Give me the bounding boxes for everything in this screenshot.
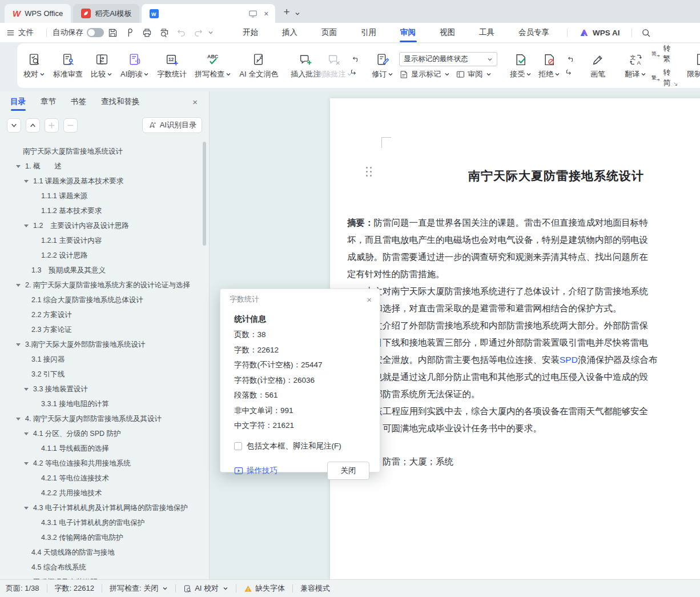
- toc-item[interactable]: 4.3.2 传输网络的雷电防护: [0, 530, 203, 545]
- toc-item[interactable]: 4.3 电子计算机机房及计算机网络的防雷接地保护: [0, 500, 203, 515]
- toc-item[interactable]: 4.1.1 导线截面的选择: [0, 441, 203, 456]
- toc-item[interactable]: 4.2 等电位连接和共用接地系统: [0, 456, 203, 471]
- collapse-arrow-icon[interactable]: [16, 418, 21, 420]
- toc-zoom-out-button[interactable]: [63, 118, 78, 133]
- search-button[interactable]: [639, 26, 653, 39]
- toc-item[interactable]: 1.2 主要设计内容及设计思路: [0, 218, 203, 233]
- toc-item[interactable]: 1.1.1 课题来源: [0, 189, 203, 203]
- menu-tab-引用[interactable]: 引用: [349, 23, 388, 42]
- ai-proof-status[interactable]: AI 校对: [183, 583, 228, 594]
- collapse-arrow-icon[interactable]: [16, 165, 21, 168]
- checkbox-box[interactable]: [234, 442, 242, 450]
- track-changes-button[interactable]: 修订: [368, 49, 397, 83]
- autosave-toggle[interactable]: [87, 28, 104, 37]
- sidebar-tab-目录[interactable]: 目录: [10, 91, 26, 112]
- toc-item[interactable]: 4. 南宁天际大厦内部防雷接地系统及其设计: [0, 411, 203, 426]
- tab-document[interactable]: W 南宁天际大夏防雷接地系统设 ×: [142, 4, 275, 23]
- tab-wps-office[interactable]: W WPS Office: [5, 4, 71, 23]
- menu-tab-页面[interactable]: 页面: [309, 23, 349, 42]
- collapse-arrow-icon[interactable]: [24, 388, 29, 391]
- ai-recognize-toc-button[interactable]: AI识别目录: [142, 117, 202, 133]
- menu-tab-审阅[interactable]: 审阅: [388, 23, 428, 42]
- previous-change-button[interactable]: [565, 55, 574, 65]
- menu-tab-插入[interactable]: 插入: [270, 23, 309, 42]
- collapse-arrow-icon[interactable]: [24, 507, 29, 510]
- to-traditional-button[interactable]: 简 转繁: [651, 43, 671, 64]
- review-pane-button[interactable]: 审阅: [456, 69, 492, 79]
- toc-item[interactable]: 5. 工程概况及安装说明: [0, 575, 203, 579]
- wps-ai-button[interactable]: WPS AI: [579, 27, 620, 38]
- toc-item[interactable]: 1.2.2 设计思路: [0, 248, 203, 263]
- sidebar-tab-章节[interactable]: 章节: [41, 91, 56, 112]
- spellcheck-status[interactable]: 拼写检查: 关闭: [110, 583, 168, 594]
- new-tab-button[interactable]: +: [283, 6, 289, 18]
- redo-button[interactable]: [191, 26, 205, 39]
- dialog-close-icon[interactable]: ×: [367, 295, 372, 304]
- toc-item[interactable]: 南宁天际大厦防雷接地系统设计: [0, 144, 203, 159]
- paragraph[interactable]: 关键字：防雷；大厦；系统: [347, 453, 700, 470]
- to-simplified-button[interactable]: 繁 转简: [651, 67, 671, 88]
- toc-item[interactable]: 3.2 引下线: [0, 367, 203, 382]
- toc-zoom-in-button[interactable]: [45, 118, 59, 133]
- menu-tab-视图[interactable]: 视图: [428, 23, 467, 42]
- paragraph[interactable]: 摘要：防雷问题一直是世界各国关注的课题。雷击不但直接造成对地面目标特坏，而且雷电…: [347, 214, 700, 283]
- word-count-indicator[interactable]: 字数: 22612: [55, 583, 94, 594]
- reject-change-button[interactable]: 拒绝: [535, 49, 564, 83]
- toc-item[interactable]: 2. 南宁天际大厦防雷接地系统方案的设计论证与选择: [0, 278, 203, 293]
- toc-item[interactable]: 3.南宁天际大厦外部防雷接地系统设计: [0, 337, 203, 352]
- collapse-arrow-icon[interactable]: [24, 225, 29, 227]
- paragraph[interactable]: 将该工程应用到实践中去，综合大厦内的各项设备在雷雨天气都能够安全的运行，可圆满地…: [347, 403, 700, 437]
- toc-item[interactable]: 4.2.1 等电位连接技术: [0, 471, 203, 486]
- group-expand-button[interactable]: [673, 81, 678, 87]
- previous-comment-button[interactable]: [349, 55, 359, 65]
- export-pdf-button[interactable]: [123, 26, 136, 39]
- next-change-button[interactable]: [565, 67, 574, 77]
- menu-tab-开始[interactable]: 开始: [231, 23, 270, 42]
- tab-list-caret[interactable]: [295, 11, 300, 17]
- spell-check-button[interactable]: ABC拼写检查: [191, 49, 235, 83]
- ai-polish-button[interactable]: AI 全文润色: [235, 49, 282, 83]
- page-indicator[interactable]: 页面: 1/38: [6, 583, 39, 594]
- file-menu[interactable]: 文件: [6, 27, 34, 38]
- include-textbox-checkbox[interactable]: 包括文本框、脚注和尾注(F): [234, 441, 371, 451]
- toc-item[interactable]: 4.4 天馈线路的防雷与接地: [0, 545, 203, 560]
- autosave-control[interactable]: 自动保存: [53, 27, 104, 38]
- brush-button[interactable]: 画笔: [584, 49, 612, 83]
- word-count-button[interactable]: 12字数统计: [153, 49, 191, 83]
- delete-comment-button[interactable]: 删除批注: [320, 49, 348, 83]
- collapse-arrow-icon[interactable]: [16, 343, 21, 346]
- sidebar-tab-书签[interactable]: 书签: [71, 91, 86, 112]
- history-caret[interactable]: [208, 30, 214, 35]
- collapse-arrow-icon[interactable]: [16, 284, 21, 287]
- dialog-close-button[interactable]: 关闭: [327, 462, 369, 480]
- paragraph[interactable]: 本文介绍了外部防雷接地系统和内部防雷接地系统两大部分。外部防雷保闪器、引下线和接…: [347, 317, 700, 403]
- toc-item[interactable]: 1.1.2 基本技术要求: [0, 203, 203, 218]
- next-comment-button[interactable]: [349, 67, 359, 77]
- paragraph[interactable]: 本文对南宁天际大厦防雷接地系统进行了总体设计，介绍了防雷接地系统案设计和选择，对…: [347, 283, 700, 317]
- save-button[interactable]: [106, 26, 119, 39]
- screen-icon[interactable]: [248, 9, 258, 18]
- tips-link[interactable]: 操作技巧: [234, 466, 277, 476]
- missing-font-warning[interactable]: 缺失字体: [244, 583, 285, 594]
- show-markup-button[interactable]: 显示标记: [399, 69, 450, 79]
- toc-item[interactable]: 4.2.2 共用接地技术: [0, 486, 203, 500]
- markup-state-select[interactable]: 显示标记的最终状态: [399, 52, 497, 66]
- toc-item[interactable]: 3.1 接闪器: [0, 352, 203, 367]
- toc-item[interactable]: 1.3 预期成果及其意义: [0, 263, 203, 278]
- menu-tab-会员专享[interactable]: 会员专享: [506, 23, 561, 42]
- compare-button[interactable]: 比较: [87, 49, 116, 83]
- toc-item[interactable]: 1.1 课题来源及基本技术要求: [0, 174, 203, 189]
- toc-item[interactable]: 1. 概 述: [0, 159, 203, 174]
- restrict-edit-button[interactable]: 限制编辑: [687, 49, 700, 83]
- menu-tab-工具[interactable]: 工具: [467, 23, 506, 42]
- sidebar-scrollbar[interactable]: [203, 142, 206, 246]
- tab-close-icon[interactable]: ×: [262, 9, 271, 18]
- toc-item[interactable]: 4.1 分区、分级的 SPD 防护: [0, 426, 203, 441]
- tab-docer-ai[interactable]: 稻壳AI模板: [73, 4, 139, 23]
- ai-read-button[interactable]: AI朗读: [116, 49, 153, 83]
- collapse-arrow-icon[interactable]: [24, 432, 29, 435]
- sidebar-tab-查找和替换[interactable]: 查找和替换: [101, 91, 140, 112]
- toc-collapse-all-button[interactable]: [26, 118, 40, 133]
- standard-review-button[interactable]: 标准审查: [49, 49, 87, 83]
- document-page[interactable]: 南宁天际大夏防雷接地系统设计 摘要：防雷问题一直是世界各国关注的课题。雷击不但直…: [330, 98, 700, 579]
